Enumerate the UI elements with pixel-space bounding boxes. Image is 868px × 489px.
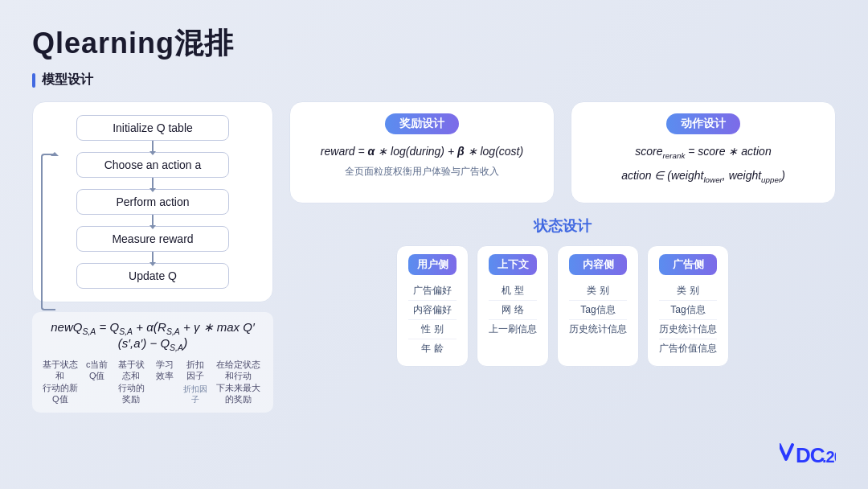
state-item-user-0: 广告偏好 bbox=[408, 281, 457, 301]
page-title: Qlearning混排 bbox=[32, 24, 836, 64]
flow-node-choose: Choose an action a bbox=[76, 152, 229, 178]
state-item-content-2: 历史统计信息 bbox=[569, 320, 627, 339]
content-area: Initialize Q table Choose an action a Pe… bbox=[32, 101, 836, 486]
action-formula-1: scorererank = score ∗ action bbox=[588, 142, 819, 162]
state-item-ctx-0: 机 型 bbox=[489, 281, 537, 301]
formula-main: newQS,A = QS,A + α(RS,A + γ ∗ max Q′(s′,… bbox=[42, 320, 264, 352]
reward-formula: reward = α ∗ log(during) + β ∗ log(cost) bbox=[306, 142, 538, 160]
flow-node-measure: Measure reward bbox=[76, 226, 229, 252]
svg-text:.2022: .2022 bbox=[822, 448, 836, 466]
formula-label-0: 基于状态和行动的新Q值 bbox=[42, 359, 79, 405]
flow-arrow-2 bbox=[152, 178, 154, 189]
reward-design-title-area: 奖励设计 bbox=[306, 113, 538, 134]
action-design-title-area: 动作设计 bbox=[588, 113, 819, 134]
flow-arrow-3 bbox=[152, 215, 154, 226]
state-col-ad-title: 广告侧 bbox=[659, 254, 717, 275]
state-section: 状态设计 用户侧 广告偏好 内容偏好 性 别 年 龄 上下文 机 型 网 bbox=[289, 216, 836, 486]
state-item-user-3: 年 龄 bbox=[408, 339, 457, 358]
state-col-context: 上下文 机 型 网 络 上一刷信息 bbox=[477, 245, 549, 367]
state-item-ctx-1: 网 络 bbox=[489, 301, 537, 320]
state-item-ad-1: Tag信息 bbox=[659, 301, 717, 320]
formula-label-1: c当前Q值 bbox=[84, 359, 111, 405]
formula-section: newQS,A = QS,A + α(RS,A + γ ∗ max Q′(s′,… bbox=[32, 312, 273, 413]
state-col-user-title: 用户侧 bbox=[408, 254, 457, 275]
state-item-ad-0: 类 别 bbox=[659, 281, 717, 301]
state-col-context-title: 上下文 bbox=[489, 254, 537, 275]
top-designs: 奖励设计 reward = α ∗ log(during) + β ∗ log(… bbox=[289, 101, 836, 203]
flow-node-perform: Perform action bbox=[76, 189, 229, 215]
state-col-content-title: 内容侧 bbox=[569, 254, 627, 275]
action-formula-2: action ∈ (weightlower, weightupper) bbox=[588, 166, 819, 186]
formula-label-5: 在给定状态和行动下未来最大的奖励 bbox=[213, 359, 264, 405]
state-design-title: 状态设计 bbox=[289, 216, 836, 236]
state-item-ad-2: 历史统计信息 bbox=[659, 320, 717, 339]
state-item-ad-3: 广告价值信息 bbox=[659, 339, 717, 358]
state-item-ctx-2: 上一刷信息 bbox=[489, 320, 537, 339]
formula-labels: 基于状态和行动的新Q值 c当前Q值 基于状态和行动的奖励 学习效率 折扣因子 bbox=[42, 359, 264, 405]
flow-node-init: Initialize Q table bbox=[76, 115, 229, 141]
reward-design-card: 奖励设计 reward = α ∗ log(during) + β ∗ log(… bbox=[289, 101, 555, 203]
action-pill: 动作设计 bbox=[666, 113, 740, 134]
state-item-content-1: Tag信息 bbox=[569, 301, 627, 320]
state-col-content: 内容侧 类 别 Tag信息 历史统计信息 bbox=[557, 245, 639, 367]
flow-arrow-1 bbox=[152, 141, 154, 152]
svg-text:DC: DC bbox=[796, 443, 825, 467]
flow-panel: Initialize Q table Choose an action a Pe… bbox=[32, 101, 273, 486]
page-container: Qlearning混排 模型设计 Initialize Q table Choo… bbox=[0, 0, 868, 489]
reward-pill: 奖励设计 bbox=[385, 113, 459, 134]
action-design-card: 动作设计 scorererank = score ∗ action action… bbox=[571, 101, 836, 203]
formula-label-2: 基于状态和行动的奖励 bbox=[116, 359, 148, 405]
flow-arrow-4 bbox=[152, 252, 154, 263]
logo-vdc: DC .2022 bbox=[780, 442, 836, 473]
right-panel: 奖励设计 reward = α ∗ log(during) + β ∗ log(… bbox=[289, 101, 836, 486]
flow-box: Initialize Q table Choose an action a Pe… bbox=[32, 101, 273, 302]
flow-node-update: Update Q bbox=[76, 263, 229, 289]
section-title: 模型设计 bbox=[42, 72, 93, 88]
section-bar bbox=[32, 73, 35, 88]
state-item-content-0: 类 别 bbox=[569, 281, 627, 301]
state-item-user-1: 内容偏好 bbox=[408, 301, 457, 320]
formula-label-4: 折扣因子 折扣因子 bbox=[182, 359, 208, 405]
state-col-ad: 广告侧 类 别 Tag信息 历史统计信息 广告价值信息 bbox=[647, 245, 729, 367]
state-col-user: 用户侧 广告偏好 内容偏好 性 别 年 龄 bbox=[396, 245, 469, 367]
section-header: 模型设计 bbox=[32, 72, 836, 88]
logo-area: DC .2022 bbox=[780, 442, 836, 473]
flow-loop-arrow bbox=[41, 154, 55, 310]
formula-label-3: 学习效率 bbox=[152, 359, 178, 405]
state-item-user-2: 性 别 bbox=[408, 320, 457, 339]
reward-desc: 全页面粒度权衡用户体验与广告收入 bbox=[306, 165, 538, 179]
vdc-logo-svg: DC .2022 bbox=[780, 442, 836, 467]
state-columns: 用户侧 广告偏好 内容偏好 性 别 年 龄 上下文 机 型 网 络 上一刷信息 bbox=[289, 245, 836, 367]
